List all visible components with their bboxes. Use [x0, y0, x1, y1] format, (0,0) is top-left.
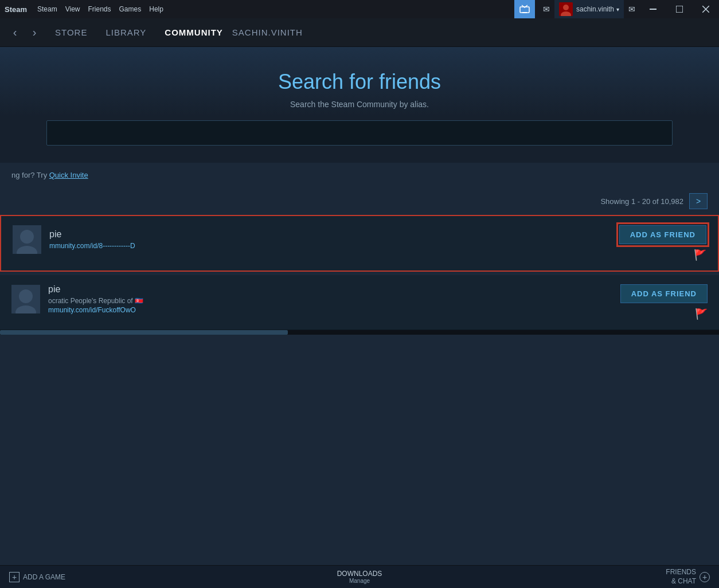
- svg-point-3: [563, 5, 569, 10]
- add-game-area[interactable]: + ADD A GAME: [0, 572, 75, 582]
- user-area[interactable]: sachin.vinith ▾: [554, 0, 624, 18]
- menu-view[interactable]: View: [65, 5, 80, 13]
- results-bar: Showing 1 - 20 of 10,982 >: [0, 187, 719, 215]
- menu-friends[interactable]: Friends: [88, 5, 111, 13]
- maximize-button[interactable]: [666, 0, 693, 18]
- next-page-button[interactable]: >: [689, 193, 708, 209]
- friend-left-1: pie mmunity.com/id/8------------D: [13, 225, 135, 254]
- add-game-label: ADD A GAME: [23, 573, 65, 581]
- not-finding-prefix: ng for? Try: [11, 171, 49, 179]
- titlebar-logo: Steam: [5, 5, 27, 14]
- showing-text: Showing 1 - 20 of 10,982: [600, 197, 683, 206]
- titlebar: Steam Steam View Friends Games Help ✉ sa…: [0, 0, 719, 18]
- downloads-area[interactable]: DOWNLOADS Manage: [337, 570, 382, 584]
- friend-location-2: ocratic People's Republic of 🇰🇵: [48, 297, 143, 305]
- svg-point-10: [20, 230, 34, 244]
- svg-rect-5: [650, 9, 657, 10]
- forward-button[interactable]: ›: [26, 25, 42, 41]
- envelope-icon-2[interactable]: ✉: [628, 5, 635, 14]
- nav-username[interactable]: SACHIN.VINITH: [232, 28, 303, 37]
- nav-community[interactable]: COMMUNITY: [165, 28, 223, 37]
- svg-rect-1: [522, 12, 527, 13]
- friend-name-1: pie: [49, 229, 135, 240]
- friend-left-2: pie ocratic People's Republic of 🇰🇵 mmun…: [11, 284, 143, 314]
- svg-rect-6: [676, 6, 683, 13]
- svg-point-13: [19, 289, 33, 303]
- friends-chat-label: FRIENDS& CHAT: [666, 568, 696, 586]
- back-button[interactable]: ‹: [7, 25, 23, 41]
- username-label: sachin.vinith: [576, 5, 614, 13]
- friend-avatar-2: [11, 285, 40, 313]
- friend-info-2: pie ocratic People's Republic of 🇰🇵 mmun…: [48, 284, 143, 314]
- envelope-icon[interactable]: ✉: [543, 5, 550, 14]
- titlebar-right-area: ✉ sachin.vinith ▾ ✉: [514, 0, 719, 18]
- friend-url-1: mmunity.com/id/8------------D: [49, 242, 135, 250]
- downloads-label: DOWNLOADS: [337, 570, 382, 578]
- not-finding-section: ng for? Try Quick Invite: [0, 163, 719, 187]
- scrollbar-track: [0, 330, 719, 335]
- broadcast-icon-btn[interactable]: [514, 0, 535, 18]
- friend-avatar-1: [13, 225, 41, 254]
- flag-icon-2[interactable]: 🚩: [695, 308, 708, 320]
- friends-chat-plus-icon: +: [700, 572, 710, 582]
- friend-result-1: pie mmunity.com/id/8------------D ADD AS…: [0, 215, 719, 272]
- quick-invite-link[interactable]: Quick Invite: [49, 171, 88, 179]
- friend-right-1: ADD AS FRIEND 🚩: [619, 225, 706, 261]
- nav-store[interactable]: STORE: [55, 28, 87, 37]
- menu-games[interactable]: Games: [119, 5, 142, 13]
- close-button[interactable]: [693, 0, 719, 18]
- scrollbar-thumb[interactable]: [0, 330, 288, 335]
- menu-steam[interactable]: Steam: [37, 5, 57, 13]
- search-input[interactable]: [46, 120, 673, 146]
- flag-icon-1[interactable]: 🚩: [694, 249, 706, 261]
- downloads-sub-label: Manage: [337, 578, 382, 584]
- scrollbar-area[interactable]: [0, 330, 719, 335]
- friend-url-2: mmunity.com/id/FuckoffOwO: [48, 306, 143, 314]
- friend-name-2: pie: [48, 284, 143, 295]
- friend-info-1: pie mmunity.com/id/8------------D: [49, 229, 135, 250]
- search-hero: Search for friends Search the Steam Comm…: [0, 47, 719, 163]
- avatar: [559, 2, 573, 16]
- add-friend-button-2[interactable]: ADD AS FRIEND: [620, 284, 708, 303]
- friend-right-2: ADD AS FRIEND 🚩: [620, 284, 708, 320]
- nav-library[interactable]: LIBRARY: [105, 28, 146, 37]
- search-subtitle: Search the Steam Community by alias.: [11, 100, 708, 109]
- user-dropdown-arrow: ▾: [616, 6, 619, 13]
- minimize-button[interactable]: [640, 0, 666, 18]
- friends-chat-area[interactable]: FRIENDS& CHAT +: [666, 568, 710, 586]
- navbar: ‹ › STORE LIBRARY COMMUNITY SACHIN.VINIT…: [0, 18, 719, 47]
- search-title: Search for friends: [11, 70, 708, 94]
- bottombar: + ADD A GAME DOWNLOADS Manage FRIENDS& C…: [0, 565, 719, 588]
- add-game-plus-icon: +: [9, 572, 19, 582]
- main-content: Search for friends Search the Steam Comm…: [0, 47, 719, 565]
- add-friend-button-1[interactable]: ADD AS FRIEND: [619, 225, 706, 244]
- menu-help[interactable]: Help: [149, 5, 163, 13]
- friend-result-2: pie ocratic People's Republic of 🇰🇵 mmun…: [0, 275, 719, 330]
